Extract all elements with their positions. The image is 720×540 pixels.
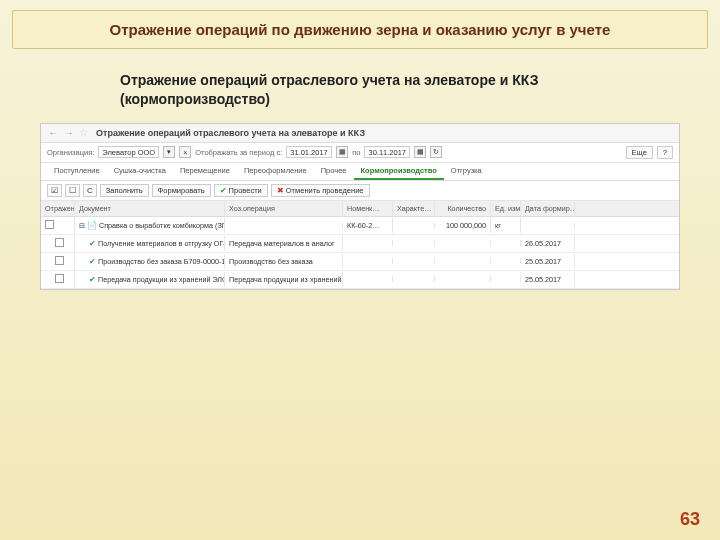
posted-icon: ✔ [89, 275, 96, 284]
cancel-icon: ✖ [277, 186, 284, 195]
cell-nomenclature: КК-60-2… [343, 218, 393, 233]
cell-date: 25.05.2017 [521, 254, 575, 269]
slide-title: Отражение операций по движению зерна и о… [25, 21, 695, 38]
org-clear-icon[interactable]: × [179, 146, 191, 158]
uncheck-all-button[interactable]: ☐ [65, 184, 80, 197]
date-sep-label: по [352, 148, 360, 157]
tab-drying[interactable]: Сушка-очистка [107, 163, 173, 180]
date-from-picker-icon[interactable]: ▦ [336, 146, 348, 158]
col-nomenclature[interactable]: Номенк… [343, 201, 393, 216]
tab-other[interactable]: Прочее [314, 163, 354, 180]
post-label: Провести [229, 186, 262, 195]
folder-icon: 📄 [87, 221, 97, 230]
window-title: Отражение операций отраслевого учета на … [96, 128, 365, 138]
row-checkbox[interactable] [55, 238, 64, 247]
fill-button[interactable]: Заполнить [100, 184, 149, 197]
table-row[interactable]: ⊟ 📄Справка о выработке комбикорма (ЗПП-1… [41, 217, 679, 235]
date-to-picker-icon[interactable]: ▦ [414, 146, 426, 158]
tab-movement[interactable]: Перемещение [173, 163, 237, 180]
cell-document: Передача продукции из хранений ЭЛОО-К000… [98, 275, 225, 284]
app-header: ← → ☆ Отражение операций отраслевого уче… [41, 124, 679, 143]
slide-subtitle: Отражение операций отраслевого учета на … [120, 71, 660, 109]
posted-icon: ✔ [89, 239, 96, 248]
row-checkbox[interactable] [45, 220, 54, 229]
date-from-field[interactable]: 31.01.2017 [286, 146, 332, 158]
tab-shipment[interactable]: Отгрузка [444, 163, 489, 180]
cell-date: 25.05.2017 [521, 272, 575, 287]
table-body: ⊟ 📄Справка о выработке комбикорма (ЗПП-1… [41, 217, 679, 289]
col-characteristic[interactable]: Характе… [393, 201, 435, 216]
cell-document: Производство без заказа Б709-0000-1 от 2… [98, 257, 225, 266]
tab-feed-production[interactable]: Кормопроизводство [354, 163, 444, 180]
cell-operation: Производство без заказа [225, 254, 343, 269]
table-header: Отражен… Документ Хоз.операция Номенк… Х… [41, 201, 679, 217]
col-document[interactable]: Документ [75, 201, 225, 216]
cell-operation: Передача материалов в аналог [225, 236, 343, 251]
favorite-icon[interactable]: ☆ [79, 127, 88, 138]
col-operation[interactable]: Хоз.операция [225, 201, 343, 216]
slide-title-bar: Отражение операций по движению зерна и о… [12, 10, 708, 49]
cell-document: Получение материалов в отгрузку ОГ-КК-70… [98, 239, 225, 248]
org-label: Организация: [47, 148, 94, 157]
col-reflected[interactable]: Отражен… [41, 201, 75, 216]
cell-operation: Передача продукции из хранений [225, 272, 343, 287]
col-form-date[interactable]: Дата формир… [521, 201, 575, 216]
row-checkbox[interactable] [55, 256, 64, 265]
check-icon: ☑ [51, 186, 58, 195]
post-button[interactable]: ✔Провести [214, 184, 268, 197]
table-row[interactable]: ✔Получение материалов в отгрузку ОГ-КК-7… [41, 235, 679, 253]
expand-icon[interactable]: ⊟ [79, 221, 85, 230]
cell-unit: кг [491, 218, 521, 233]
tab-incoming[interactable]: Поступление [47, 163, 107, 180]
posted-icon: ✔ [89, 257, 96, 266]
page-number: 63 [680, 509, 700, 530]
table-row[interactable]: ✔Производство без заказа Б709-0000-1 от … [41, 253, 679, 271]
refresh-icon[interactable]: ↻ [430, 146, 442, 158]
cell-date: 26.05.2017 [521, 236, 575, 251]
row-checkbox[interactable] [55, 274, 64, 283]
form-button[interactable]: Формировать [152, 184, 211, 197]
tab-reassign[interactable]: Переоформление [237, 163, 314, 180]
period-label: Отображать за период с: [195, 148, 282, 157]
toolbar: ☑ ☐ С Заполнить Формировать ✔Провести ✖О… [41, 181, 679, 201]
tab-strip: Поступление Сушка-очистка Перемещение Пе… [41, 163, 679, 181]
refresh-button[interactable]: С [83, 184, 97, 197]
col-unit[interactable]: Ед. изм. [491, 201, 521, 216]
refresh-icon2: С [87, 186, 93, 195]
table-row[interactable]: ✔Передача продукции из хранений ЭЛОО-К00… [41, 271, 679, 289]
uncheck-icon: ☐ [69, 186, 76, 195]
cell-quantity: 100 000,000 [435, 218, 491, 233]
filter-row: Организация: Элеватор ООО ▾ × Отображать… [41, 143, 679, 163]
post-icon: ✔ [220, 186, 227, 195]
nav-forward-icon[interactable]: → [63, 127, 75, 139]
col-quantity[interactable]: Количество [435, 201, 491, 216]
more-button[interactable]: Еще [626, 146, 653, 159]
cell-document: Справка о выработке комбикорма (ЗПП-114)… [99, 221, 225, 230]
help-button[interactable]: ? [657, 146, 673, 159]
app-window: ← → ☆ Отражение операций отраслевого уче… [40, 123, 680, 290]
date-to-field[interactable]: 30.11.2017 [364, 146, 410, 158]
check-all-button[interactable]: ☑ [47, 184, 62, 197]
org-field[interactable]: Элеватор ООО [98, 146, 159, 158]
cancel-post-button[interactable]: ✖Отменить проведение [271, 184, 370, 197]
nav-back-icon[interactable]: ← [47, 127, 59, 139]
org-dropdown-icon[interactable]: ▾ [163, 146, 175, 158]
cancel-label: Отменить проведение [286, 186, 364, 195]
